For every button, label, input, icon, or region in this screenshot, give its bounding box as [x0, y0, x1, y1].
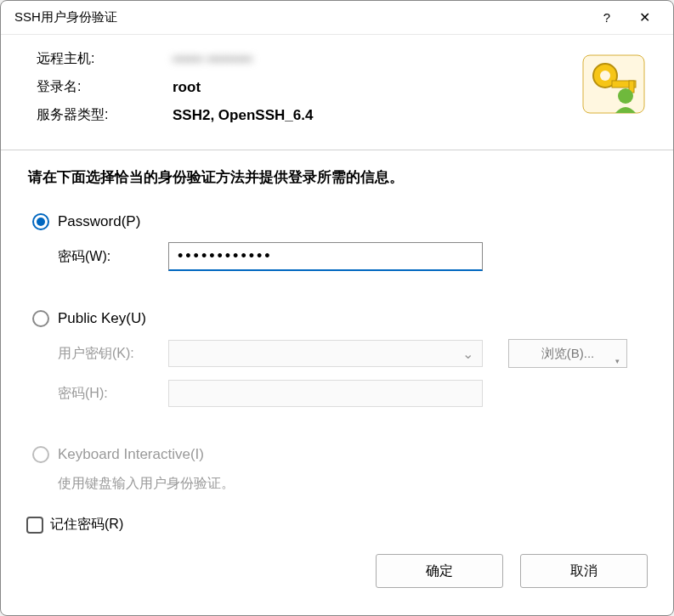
server-type-value: SSH2, OpenSSH_6.4	[173, 107, 313, 124]
remote-host-row: 远程主机: •••••• •••••••••	[37, 50, 571, 68]
header: 远程主机: •••••• ••••••••• 登录名: root 服务器类型: …	[1, 35, 673, 150]
userkey-field-label: 用户密钥(K):	[58, 345, 168, 363]
server-type-row: 服务器类型: SSH2, OpenSSH_6.4	[37, 106, 571, 124]
remember-checkbox[interactable]	[26, 517, 43, 534]
remember-label: 记住密码(R)	[50, 516, 123, 534]
footer: 确定 取消	[1, 542, 673, 605]
key-user-icon	[580, 50, 648, 118]
ssh-auth-dialog: SSH用户身份验证 ? ✕ 远程主机: •••••• ••••••••• 登录名…	[0, 0, 674, 616]
login-label: 登录名:	[37, 78, 173, 96]
close-icon: ✕	[639, 9, 650, 25]
help-icon: ?	[603, 10, 610, 25]
login-row: 登录名: root	[37, 78, 571, 96]
ok-button[interactable]: 确定	[376, 554, 503, 588]
pk-password-field-label: 密码(H):	[58, 385, 168, 403]
pk-password-input	[168, 380, 483, 407]
dialog-title: SSH用户身份验证	[14, 9, 588, 25]
browse-button-label: 浏览(B)...	[541, 346, 595, 362]
server-type-label: 服务器类型:	[37, 106, 173, 124]
cancel-button[interactable]: 取消	[520, 554, 648, 588]
remote-host-value: •••••• •••••••••	[173, 51, 252, 68]
close-button[interactable]: ✕	[626, 3, 663, 32]
keyboard-radio-label: Keyboard Interactive(I)	[58, 446, 204, 463]
instruction-text: 请在下面选择恰当的身份验证方法并提供登录所需的信息。	[1, 150, 673, 197]
remember-row[interactable]: 记住密码(R)	[26, 516, 648, 534]
titlebar: SSH用户身份验证 ? ✕	[1, 1, 673, 35]
password-field-label: 密码(W):	[58, 248, 168, 266]
method-keyboard-group: Keyboard Interactive(I) 使用键盘输入用户身份验证。	[31, 445, 643, 494]
remote-host-label: 远程主机:	[37, 50, 173, 68]
cancel-button-label: 取消	[570, 562, 598, 580]
method-password-group: Password(P) 密码(W):	[31, 212, 643, 284]
publickey-radio-label: Public Key(U)	[58, 310, 146, 327]
pk-password-field-row: 密码(H):	[58, 380, 642, 407]
password-radio-label: Password(P)	[58, 213, 140, 230]
chevron-down-icon: ⌄	[462, 346, 473, 362]
ok-button-label: 确定	[426, 562, 453, 580]
password-radio[interactable]	[32, 213, 49, 230]
keyboard-radio-row: Keyboard Interactive(I)	[32, 446, 642, 463]
userkey-field-row: 用户密钥(K): ⌄ 浏览(B)...	[58, 339, 642, 368]
method-publickey-group: Public Key(U) 用户密钥(K): ⌄ 浏览(B)... 密码(H):	[31, 309, 643, 420]
password-input[interactable]	[168, 242, 483, 271]
help-button[interactable]: ?	[588, 3, 626, 32]
browse-button: 浏览(B)...	[508, 339, 627, 368]
login-value: root	[173, 79, 201, 96]
password-field-row: 密码(W):	[58, 242, 642, 271]
password-radio-row[interactable]: Password(P)	[32, 213, 642, 230]
publickey-radio-row[interactable]: Public Key(U)	[32, 310, 642, 327]
publickey-radio[interactable]	[32, 310, 49, 327]
userkey-combo: ⌄	[168, 340, 483, 367]
svg-point-5	[618, 88, 633, 104]
header-fields: 远程主机: •••••• ••••••••• 登录名: root 服务器类型: …	[37, 50, 571, 134]
svg-point-2	[600, 71, 610, 81]
keyboard-radio	[32, 446, 49, 463]
keyboard-hint: 使用键盘输入用户身份验证。	[58, 475, 642, 493]
